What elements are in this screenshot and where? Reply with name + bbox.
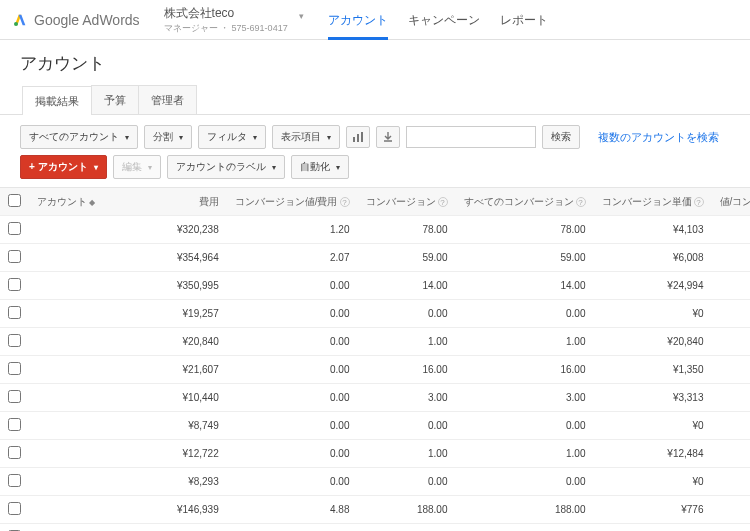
table-row[interactable]: ¥20,8400.001.001.00¥20,8401.00¥20,8400.5…: [0, 328, 750, 356]
table-row[interactable]: ¥10,4400.003.003.00¥3,3130.00¥3,3131.75%…: [0, 384, 750, 412]
chart-toggle-icon[interactable]: [346, 126, 370, 148]
cell-conv: 0.00: [358, 300, 456, 328]
col-cvr-value-cost[interactable]: コンバージョン値/費用?: [227, 188, 358, 216]
nav-tab-report[interactable]: レポート: [500, 0, 548, 40]
cell-all-conv: 78.00: [456, 216, 594, 244]
nav-tab-account[interactable]: アカウント: [328, 0, 388, 40]
cell-cvr-cost: 0.00: [227, 328, 358, 356]
row-checkbox[interactable]: [8, 418, 21, 431]
col-conversions[interactable]: コンバージョン?: [358, 188, 456, 216]
cell-cost: ¥354,964: [169, 244, 227, 272]
cell-account: [29, 524, 169, 532]
table-row[interactable]: ¥146,9394.88188.00188.00¥7763,790.51¥776…: [0, 496, 750, 524]
row-checkbox[interactable]: [8, 250, 21, 263]
table-row[interactable]: ¥19,2570.000.000.00¥00.00¥00.00%0.00%: [0, 300, 750, 328]
select-all-checkbox[interactable]: [8, 194, 21, 207]
cell-cost: ¥8,293: [169, 468, 227, 496]
cell-conv: 78.00: [358, 216, 456, 244]
cell-account: [29, 384, 169, 412]
search-button[interactable]: 検索: [542, 125, 580, 149]
row-checkbox[interactable]: [8, 306, 21, 319]
help-icon[interactable]: ?: [438, 197, 448, 207]
search-input[interactable]: [406, 126, 536, 148]
svg-rect-2: [357, 134, 359, 142]
subtab-performance[interactable]: 掲載結果: [22, 86, 92, 115]
cell-cost: ¥0: [169, 524, 227, 532]
edit-dropdown[interactable]: 編集: [113, 155, 161, 179]
sub-tabs: 掲載結果 予算 管理者: [0, 85, 750, 115]
table-row[interactable]: ¥8,7490.000.000.00¥00.00¥00.00%0.00%: [0, 412, 750, 440]
labels-dropdown[interactable]: アカウントのラベル: [167, 155, 285, 179]
cell-vpc: 0.00: [712, 440, 751, 468]
help-icon[interactable]: ?: [576, 197, 586, 207]
cell-conv: 0.00: [358, 468, 456, 496]
cell-cvr-cost: 1.20: [227, 216, 358, 244]
segment-dropdown[interactable]: 分割: [144, 125, 192, 149]
col-all-conversions[interactable]: すべてのコンバージョン?: [456, 188, 594, 216]
adwords-logo: Google AdWords: [12, 12, 140, 28]
automate-dropdown[interactable]: 自動化: [291, 155, 349, 179]
client-selector[interactable]: 株式会社teco マネージャー ・ 575-691-0417 ▾: [164, 5, 288, 35]
columns-dropdown[interactable]: 表示項目: [272, 125, 340, 149]
filter-dropdown[interactable]: フィルタ: [198, 125, 266, 149]
row-checkbox[interactable]: [8, 390, 21, 403]
subtab-managers[interactable]: 管理者: [138, 85, 197, 114]
cell-all-conv: 1.00: [456, 440, 594, 468]
all-accounts-dropdown[interactable]: すべてのアカウント: [20, 125, 138, 149]
table-row[interactable]: ¥12,7220.001.001.00¥12,4840.00¥12,4840.7…: [0, 440, 750, 468]
col-cpa[interactable]: コンバージョン単価?: [594, 188, 712, 216]
cell-vpc: 3,790.51: [712, 496, 751, 524]
cell-all-conv: 0.00: [456, 468, 594, 496]
row-checkbox[interactable]: [8, 502, 21, 515]
product-name: Google AdWords: [34, 12, 140, 28]
data-table-wrap[interactable]: アカウント◆ 費用 コンバージョン値/費用? コンバージョン? すべてのコンバー…: [0, 187, 750, 531]
row-checkbox[interactable]: [8, 222, 21, 235]
cell-all-conv: 3.00: [456, 384, 594, 412]
row-checkbox[interactable]: [8, 446, 21, 459]
col-account[interactable]: アカウント◆: [29, 188, 169, 216]
row-checkbox[interactable]: [8, 334, 21, 347]
cell-conv: 1.00: [358, 440, 456, 468]
cell-conv: 0.00: [358, 412, 456, 440]
cell-vpc: 1.00: [712, 328, 751, 356]
cell-cpa: ¥24,994: [594, 272, 712, 300]
row-checkbox[interactable]: [8, 362, 21, 375]
cell-vpc: 0.00: [712, 468, 751, 496]
table-row[interactable]: ¥00.000.000.00¥00.00¥00.00%0.00%: [0, 524, 750, 532]
nav-tab-campaign[interactable]: キャンペーン: [408, 0, 480, 40]
cell-vpc: 12,414.37: [712, 244, 751, 272]
cell-vpc: 0.00: [712, 384, 751, 412]
col-value-per-conv[interactable]: 値/コンバージョン?: [712, 188, 751, 216]
cell-cvr-cost: 0.00: [227, 356, 358, 384]
add-account-button[interactable]: + アカウント: [20, 155, 107, 179]
cell-cpa: ¥3,313: [594, 384, 712, 412]
cell-conv: 14.00: [358, 272, 456, 300]
multi-account-search-link[interactable]: 複数のアカウントを検索: [598, 130, 719, 145]
cell-vpc: 0.00: [712, 412, 751, 440]
download-icon[interactable]: [376, 126, 400, 148]
help-icon[interactable]: ?: [694, 197, 704, 207]
help-icon[interactable]: ?: [340, 197, 350, 207]
cell-cvr-cost: 4.88: [227, 496, 358, 524]
cell-vpc: 0.56: [712, 356, 751, 384]
table-row[interactable]: ¥350,9950.0014.0014.00¥24,9940.00¥24,994…: [0, 272, 750, 300]
page-title: アカウント: [0, 40, 750, 85]
cell-cost: ¥20,840: [169, 328, 227, 356]
cell-account: [29, 328, 169, 356]
cell-all-conv: 0.00: [456, 300, 594, 328]
svg-rect-3: [361, 132, 363, 142]
row-checkbox[interactable]: [8, 278, 21, 291]
accounts-table: アカウント◆ 費用 コンバージョン値/費用? コンバージョン? すべてのコンバー…: [0, 188, 750, 531]
row-checkbox[interactable]: [8, 474, 21, 487]
subtab-budget[interactable]: 予算: [91, 85, 139, 114]
cell-cost: ¥146,939: [169, 496, 227, 524]
col-cost[interactable]: 費用: [169, 188, 227, 216]
table-row[interactable]: ¥320,2381.2078.0078.00¥4,1034,927.27¥4,1…: [0, 216, 750, 244]
cell-cvr-cost: 0.00: [227, 272, 358, 300]
cell-conv: 59.00: [358, 244, 456, 272]
cell-cpa: ¥4,103: [594, 216, 712, 244]
table-row[interactable]: ¥354,9642.0759.0059.00¥6,00812,414.37¥6,…: [0, 244, 750, 272]
cell-account: [29, 244, 169, 272]
table-row[interactable]: ¥21,6070.0016.0016.00¥1,3500.56¥1,3504.8…: [0, 356, 750, 384]
table-row[interactable]: ¥8,2930.000.000.00¥00.00¥00.00%0.00%: [0, 468, 750, 496]
